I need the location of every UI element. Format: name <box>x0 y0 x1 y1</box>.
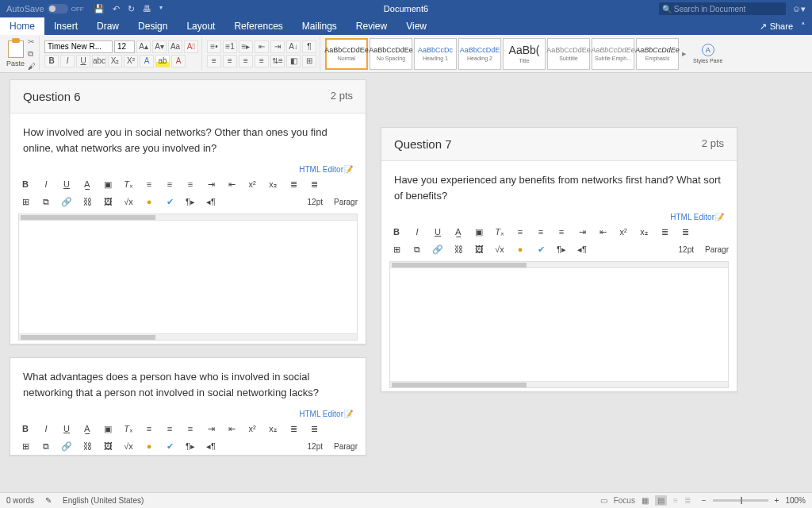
save-icon[interactable]: 💾 <box>94 4 105 14</box>
answer-textarea[interactable] <box>18 214 358 341</box>
ed-rtl-icon[interactable]: ◂¶ <box>575 242 589 256</box>
bold-button[interactable]: B <box>44 55 59 67</box>
ed-record-icon[interactable]: ● <box>513 242 527 256</box>
ed-clear-icon[interactable]: Tₓ <box>121 421 136 436</box>
ed-paragraph-select[interactable]: Paragr <box>334 442 358 451</box>
align-right-icon[interactable]: ≡ <box>239 55 253 67</box>
increase-indent-icon[interactable]: ⇥ <box>270 40 285 53</box>
html-editor-link[interactable]: HTML Editor📝 <box>10 408 366 420</box>
tab-layout[interactable]: Layout <box>177 17 224 35</box>
word-count[interactable]: 0 words <box>6 496 34 505</box>
copy-icon[interactable]: ⧉ <box>28 49 36 59</box>
italic-button[interactable]: I <box>60 55 75 67</box>
style-no-spacing[interactable]: AaBbCcDdEeNo Spacing <box>370 38 412 70</box>
tab-draw[interactable]: Draw <box>87 17 128 35</box>
zoom-out-icon[interactable]: − <box>702 496 707 505</box>
ed-italic-icon[interactable]: I <box>410 225 424 239</box>
font-size-select[interactable]: 12 <box>114 40 135 53</box>
ed-math-icon[interactable]: √x <box>121 194 136 209</box>
ed-textcolor-icon[interactable]: A̲ <box>80 421 94 436</box>
ed-math-icon[interactable]: √x <box>121 439 136 453</box>
font-color-icon[interactable]: A <box>171 55 186 67</box>
highlight-icon[interactable]: ab <box>155 55 170 67</box>
sort-icon[interactable]: A↓ <box>286 40 301 53</box>
ed-sup-icon[interactable]: x² <box>245 177 259 191</box>
answer-textarea[interactable] <box>389 261 729 388</box>
tab-review[interactable]: Review <box>347 17 396 35</box>
ed-table-icon[interactable]: ⊞ <box>18 439 33 453</box>
ed-align-left-icon[interactable]: ≡ <box>513 225 527 239</box>
html-editor-link[interactable]: HTML Editor📝 <box>10 164 366 175</box>
ed-outdent-icon[interactable]: ⇤ <box>224 177 239 191</box>
ed-sup-icon[interactable]: x² <box>245 421 259 436</box>
ed-align-left-icon[interactable]: ≡ <box>142 421 156 436</box>
ed-align-center-icon[interactable]: ≡ <box>163 177 177 191</box>
ed-align-left-icon[interactable]: ≡ <box>142 177 156 191</box>
ed-check-icon[interactable]: ✔ <box>534 242 548 256</box>
ed-bold-icon[interactable]: B <box>18 177 33 191</box>
zoom-value[interactable]: 100% <box>785 496 806 505</box>
ed-paragraph-select[interactable]: Paragr <box>705 245 729 254</box>
ed-record-icon[interactable]: ● <box>142 439 156 453</box>
style-emphasis[interactable]: AaBbCcDdEeEmphasis <box>636 38 679 70</box>
ed-fontsize-select[interactable]: 12pt <box>679 245 694 254</box>
ed-rtl-icon[interactable]: ◂¶ <box>204 194 218 209</box>
grow-font-icon[interactable]: A▴ <box>136 40 151 53</box>
ed-align-center-icon[interactable]: ≡ <box>163 421 177 436</box>
tab-view[interactable]: View <box>396 17 436 35</box>
subscript-button[interactable]: X₂ <box>108 55 122 67</box>
tab-mailings[interactable]: Mailings <box>293 17 347 35</box>
ed-embed-icon[interactable]: ⧉ <box>410 242 424 256</box>
ed-underline-icon[interactable]: U <box>59 177 74 191</box>
ed-indent-icon[interactable]: ⇥ <box>204 421 218 436</box>
justify-icon[interactable]: ≡ <box>255 55 269 67</box>
feedback-icon[interactable]: ☺▾ <box>792 4 806 14</box>
clear-format-icon[interactable]: A⃠ <box>184 40 198 53</box>
share-button[interactable]: ↗ Share ˄ <box>753 17 812 35</box>
print-icon[interactable]: 🖶 <box>143 4 151 14</box>
ed-numbers-icon[interactable]: ≣ <box>678 225 692 239</box>
ed-embed-icon[interactable]: ⧉ <box>39 439 53 453</box>
tab-home[interactable]: Home <box>0 17 44 35</box>
tab-references[interactable]: References <box>224 17 292 35</box>
show-marks-icon[interactable]: ¶ <box>302 40 316 53</box>
ed-ltr-icon[interactable]: ¶▸ <box>183 439 197 453</box>
ed-outdent-icon[interactable]: ⇤ <box>224 421 239 436</box>
zoom-control[interactable]: − + 100% <box>702 496 806 505</box>
ed-unlink-icon[interactable]: ⛓ <box>80 439 94 453</box>
customize-qat-icon[interactable]: ▾ <box>159 4 163 14</box>
ed-check-icon[interactable]: ✔ <box>163 439 177 453</box>
numbering-icon[interactable]: ≡1 <box>223 40 237 53</box>
ed-align-right-icon[interactable]: ≡ <box>183 177 197 191</box>
align-center-icon[interactable]: ≡ <box>223 55 237 67</box>
outline-icon[interactable]: ≡ <box>673 496 678 505</box>
text-effects-icon[interactable]: A <box>140 55 154 67</box>
tab-design[interactable]: Design <box>128 17 177 35</box>
zoom-in-icon[interactable]: + <box>775 496 779 505</box>
styles-gallery[interactable]: AaBbCcDdEeNormal AaBbCcDdEeNo Spacing Aa… <box>325 38 688 70</box>
align-left-icon[interactable]: ≡ <box>207 55 221 67</box>
focus-view-icon[interactable]: ▭ <box>600 496 607 505</box>
styles-pane-button[interactable]: A Styles Pane <box>690 44 726 64</box>
search-input[interactable]: 🔍 Search in Document <box>659 2 786 15</box>
ed-ltr-icon[interactable]: ¶▸ <box>183 194 197 209</box>
style-subtitle[interactable]: AaBbCcDdEeSubtitle <box>547 38 590 70</box>
ed-sub-icon[interactable]: x₂ <box>266 177 280 191</box>
draft-icon[interactable]: ≣ <box>684 496 691 505</box>
redo-icon[interactable]: ↻ <box>128 4 135 14</box>
ed-bold-icon[interactable]: B <box>389 225 404 239</box>
superscript-button[interactable]: X² <box>124 55 138 67</box>
borders-icon[interactable]: ⊞ <box>302 55 316 67</box>
undo-icon[interactable]: ↶ <box>113 4 120 14</box>
ed-paragraph-select[interactable]: Paragr <box>334 198 358 206</box>
style-heading1[interactable]: AaBbCcDcHeading 1 <box>414 38 457 70</box>
ed-image-icon[interactable]: 🖼 <box>472 242 486 256</box>
ed-fontsize-select[interactable]: 12pt <box>308 198 323 206</box>
ed-clear-icon[interactable]: Tₓ <box>121 177 136 191</box>
ed-textcolor-icon[interactable]: A̲ <box>451 225 465 239</box>
ed-unlink-icon[interactable]: ⛓ <box>451 242 465 256</box>
paste-button[interactable]: Paste <box>6 40 25 67</box>
ed-indent-icon[interactable]: ⇥ <box>575 225 589 239</box>
html-editor-link[interactable]: HTML Editor📝 <box>381 211 737 223</box>
ed-underline-icon[interactable]: U <box>59 421 74 436</box>
